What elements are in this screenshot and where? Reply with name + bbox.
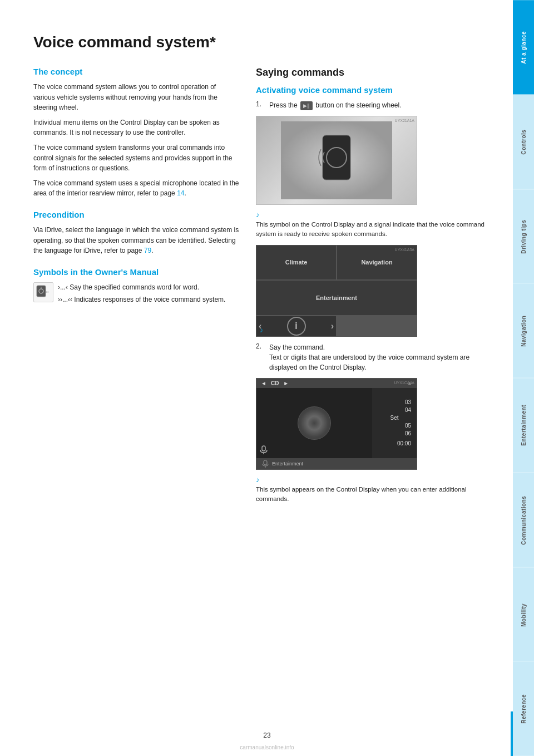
ss2-right-arrow: › bbox=[331, 321, 334, 331]
sidebar-tab-controls[interactable]: Controls bbox=[513, 95, 534, 189]
ss3-time-display: 00:00 bbox=[374, 440, 414, 446]
sidebar-tab-at-a-glance[interactable]: At a glance bbox=[513, 0, 534, 95]
screenshot-control-display: Climate Navigation i ‹ › bbox=[256, 245, 417, 337]
screenshot-3-label: UYX1CA4A bbox=[394, 381, 414, 385]
ss3-track-05: 05 bbox=[374, 423, 414, 429]
info-icon: i bbox=[286, 316, 306, 336]
precondition-heading: Precondition bbox=[33, 210, 239, 219]
ss3-mic-icon-bottom bbox=[261, 459, 270, 468]
page-container: Voice command system* The concept The vo… bbox=[0, 0, 534, 756]
symbol-2-text: ››...‹‹ Indicates responses of the voice… bbox=[58, 296, 225, 303]
symbols-block: ›‹ ›...‹ Say the specified commands word… bbox=[33, 282, 239, 307]
svg-rect-11 bbox=[264, 460, 267, 465]
watermark: carmanualsonline.info bbox=[240, 744, 294, 750]
cd-next: ► bbox=[283, 380, 289, 386]
main-content: Voice command system* The concept The vo… bbox=[0, 0, 513, 756]
mic-symbol-1: ♪ bbox=[256, 210, 485, 219]
page-number: 23 bbox=[263, 732, 270, 739]
sidebar-tab-communications[interactable]: Communications bbox=[513, 473, 534, 567]
ss3-track-04: 04 bbox=[374, 407, 414, 413]
sidebar-tab-entertainment[interactable]: Entertainment bbox=[513, 378, 534, 473]
ss2-center: i ‹ › bbox=[256, 316, 336, 336]
page-title: Voice command system* bbox=[33, 33, 485, 51]
step-2-text: Say the command. Text or digits that are… bbox=[269, 342, 485, 372]
ss3-set-label: Set bbox=[390, 415, 398, 421]
screenshot-steering-wheel: UYX21A1A bbox=[256, 116, 417, 205]
cd-label: CD bbox=[271, 380, 279, 386]
svg-text:›‹: ›‹ bbox=[46, 289, 49, 294]
screenshot-cd-display: ◄ CD ► ▲ bbox=[256, 378, 417, 470]
ss3-mic-symbol bbox=[259, 445, 269, 456]
sidebar-tab-reference[interactable]: Reference bbox=[513, 661, 534, 756]
step-1-num: 1. bbox=[256, 100, 265, 108]
concept-para-4: The voice command system uses a special … bbox=[33, 178, 239, 199]
two-column-layout: The concept The voice command system all… bbox=[33, 67, 485, 508]
concept-para-1: The voice command system allows you to c… bbox=[33, 82, 239, 113]
symbol-icon: ›‹ bbox=[33, 282, 53, 302]
ss3-track-06: 06 bbox=[374, 430, 414, 436]
screenshot-2-label: UYX41A3A bbox=[395, 248, 414, 252]
svg-rect-9 bbox=[262, 446, 265, 451]
ss3-disc bbox=[298, 406, 331, 440]
step-2: 2. Say the command. Text or digits that … bbox=[256, 342, 485, 372]
ss2-grid: Climate Navigation i ‹ › bbox=[256, 246, 417, 336]
link-79[interactable]: 79 bbox=[144, 247, 151, 254]
sidebar: At a glance Controls Driving tips Naviga… bbox=[513, 0, 534, 756]
caption-2-wrapper: ♪ This symbol appears on the Control Dis… bbox=[256, 475, 485, 504]
right-column: Saying commands Activating voice command… bbox=[256, 67, 485, 508]
ss3-bottom-bar: Entertainment bbox=[256, 458, 417, 469]
sidebar-tab-mobility[interactable]: Mobility bbox=[513, 567, 534, 662]
symbol-row-2: ››...‹‹ Indicates responses of the voice… bbox=[58, 294, 225, 305]
steering-wheel-svg bbox=[281, 121, 392, 199]
screenshot-1-inner bbox=[256, 116, 417, 204]
page-indicator-bar bbox=[511, 711, 513, 756]
step-1: 1. Press the ▶‖ button on the steering w… bbox=[256, 100, 485, 110]
ss3-track-03: 03 bbox=[374, 399, 414, 405]
symbols-heading: Symbols in the Owner's Manual bbox=[33, 267, 239, 277]
caption-1: This symbol on the Control Display and a… bbox=[256, 220, 485, 239]
ss3-entertainment-label: Entertainment bbox=[272, 461, 303, 467]
symbol-1-text: ›...‹ Say the specified commands word fo… bbox=[58, 283, 199, 291]
caption-1-wrapper: ♪ This symbol on the Control Display and… bbox=[256, 210, 485, 239]
ss3-tracklist: 03 04 Set 05 06 00:00 bbox=[372, 388, 417, 458]
svg-text:i: i bbox=[295, 320, 298, 331]
step-2-num: 2. bbox=[256, 342, 265, 350]
left-column: The concept The voice command system all… bbox=[33, 67, 239, 508]
step-1-text: Press the ▶‖ button on the steering whee… bbox=[269, 100, 401, 110]
voice-button-icon: ▶‖ bbox=[300, 101, 313, 110]
saying-commands-title: Saying commands bbox=[256, 67, 485, 78]
ss3-top-bar: ◄ CD ► ▲ bbox=[256, 379, 417, 388]
precondition-text: Via iDrive, select the language in which… bbox=[33, 225, 239, 256]
link-14[interactable]: 14 bbox=[177, 189, 184, 197]
symbol-text-block: ›...‹ Say the specified commands word fo… bbox=[58, 282, 225, 307]
cd-prev: ◄ bbox=[261, 380, 266, 386]
sidebar-tab-driving-tips[interactable]: Driving tips bbox=[513, 189, 534, 284]
caption-2: This symbol appears on the Control Displ… bbox=[256, 485, 485, 504]
symbol-row-1: ›...‹ Say the specified commands word fo… bbox=[58, 282, 225, 292]
concept-para-3: The voice command system transforms your… bbox=[33, 143, 239, 174]
ss3-main: 03 04 Set 05 06 00:00 bbox=[256, 388, 417, 458]
screenshot-1-label: UYX21A1A bbox=[395, 119, 414, 122]
ss2-entertainment: Entertainment bbox=[256, 281, 417, 315]
ss2-climate: Climate bbox=[256, 246, 336, 280]
mic-symbol-2: ♪ bbox=[256, 475, 485, 484]
concept-para-2: Individual menu items on the Control Dis… bbox=[33, 117, 239, 138]
sidebar-tab-navigation[interactable]: Navigation bbox=[513, 283, 534, 378]
mic-indicator-2: ♪ bbox=[260, 326, 263, 334]
activating-heading: Activating voice command system bbox=[256, 85, 485, 95]
concept-heading: The concept bbox=[33, 67, 239, 76]
ss3-disc-area bbox=[256, 388, 372, 458]
